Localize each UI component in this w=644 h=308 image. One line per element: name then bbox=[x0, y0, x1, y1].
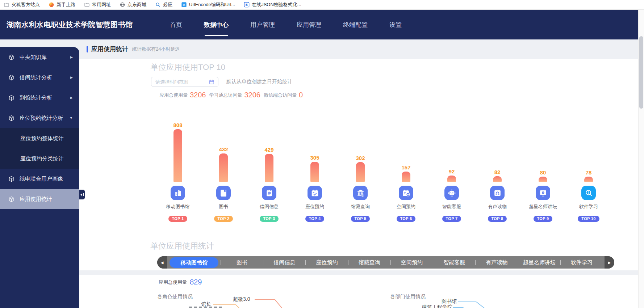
bar[interactable] bbox=[310, 162, 319, 182]
bookmark-item[interactable]: 京东商城 bbox=[120, 1, 146, 8]
sidebar-item-座位预约整体统计[interactable]: 座位预约整体统计 bbox=[0, 128, 79, 148]
bookmark-item[interactable]: 新手上路 bbox=[49, 1, 75, 8]
calendar-check-icon[interactable] bbox=[308, 186, 322, 200]
sidebar-item-中央知识库[interactable]: 中央知识库▶ bbox=[0, 47, 79, 67]
bar[interactable] bbox=[539, 177, 547, 182]
bookmark-label: 火狐官方站点 bbox=[12, 1, 40, 8]
stat-label: 应用总使用量 bbox=[159, 92, 188, 98]
rank-badge: TOP 3 bbox=[260, 216, 279, 222]
bar-value-label: 429 bbox=[264, 147, 273, 153]
bar-value-label: 92 bbox=[449, 168, 455, 174]
carousel-tab-借阅信息[interactable]: 借阅信息 bbox=[263, 259, 305, 266]
stat-value: 3206 bbox=[244, 91, 261, 99]
bar[interactable] bbox=[402, 172, 410, 182]
firefox-icon bbox=[49, 2, 54, 8]
carousel-tab-座位预约[interactable]: 座位预约 bbox=[306, 259, 348, 266]
sidebar-item-到馆统计分析[interactable]: 到馆统计分析▶ bbox=[0, 88, 79, 108]
nav-item-数据中心[interactable]: 数据中心 bbox=[195, 10, 237, 39]
bookmark-item[interactable]: 火狐官方站点 bbox=[4, 1, 40, 8]
audiobook-icon[interactable] bbox=[490, 186, 505, 200]
carousel-left-arrow-icon[interactable]: ◀ bbox=[157, 256, 167, 269]
bar[interactable] bbox=[173, 129, 182, 182]
carousel-tab-超星名师讲坛[interactable]: 超星名师讲坛 bbox=[518, 259, 560, 266]
building-icon[interactable] bbox=[171, 186, 185, 200]
sidebar-item-label: 座位预约分类统计 bbox=[20, 155, 73, 162]
bookmark-item[interactable]: 必应 bbox=[155, 1, 172, 8]
clipboard-icon[interactable] bbox=[262, 186, 276, 200]
chart-column: 808移动图书馆TOP 1 bbox=[155, 113, 201, 222]
rank-badge: TOP 2 bbox=[214, 216, 233, 222]
total-usage-value: 829 bbox=[190, 278, 202, 286]
department-pie-label: 建筑工程学院 bbox=[422, 304, 452, 308]
robot-icon[interactable] bbox=[444, 186, 459, 200]
date-range-input[interactable] bbox=[155, 79, 206, 85]
page-scrollbar[interactable] bbox=[638, 10, 644, 308]
carousel-tabs: 移动图书馆图书借阅信息座位预约馆藏查询空间预约智能客服有声读物超星名师讲坛软件学… bbox=[170, 256, 603, 269]
bar-value-label: 808 bbox=[173, 122, 182, 128]
department-pie-leader-line bbox=[476, 301, 490, 308]
sidebar-item-纸电联合用户画像[interactable]: 纸电联合用户画像 bbox=[0, 169, 79, 189]
app-name-label: 空间预约 bbox=[397, 203, 415, 210]
sidebar-collapse-handle[interactable] bbox=[79, 190, 85, 199]
bookmark-item[interactable]: AUrlEncode编码和Url... bbox=[181, 1, 235, 8]
app-name-label: 软件学习 bbox=[579, 203, 598, 210]
sidebar-item-借阅统计分析[interactable]: 借阅统计分析▶ bbox=[0, 67, 79, 88]
bar-area: 302 bbox=[356, 113, 365, 182]
rank-badge: TOP 7 bbox=[442, 216, 461, 222]
total-usage-row: 应用总使用量 829 bbox=[159, 278, 202, 286]
collapse-bar-icon bbox=[83, 193, 84, 196]
nav-item-应用管理[interactable]: 应用管理 bbox=[288, 10, 330, 39]
top10-section-title: 单位应用使用TOP 10 bbox=[150, 62, 225, 73]
nav-item-用户管理[interactable]: 用户管理 bbox=[242, 10, 284, 39]
rank-badge: TOP 9 bbox=[534, 216, 553, 222]
carousel-tab-有声读物[interactable]: 有声读物 bbox=[476, 259, 518, 266]
stat-label: 学习通总访问量 bbox=[209, 92, 242, 98]
carousel-tab-空间预约[interactable]: 空间预约 bbox=[391, 259, 433, 266]
sidebar-item-应用使用统计[interactable]: 应用使用统计 bbox=[0, 189, 79, 209]
lecture-monitor-icon[interactable] bbox=[536, 186, 550, 200]
nav-item-终端配置[interactable]: 终端配置 bbox=[334, 10, 376, 39]
unit-section-title: 单位应用使用统计 bbox=[150, 241, 214, 252]
role-pie-label: 超微3.0 bbox=[233, 296, 250, 303]
nav-item-首页[interactable]: 首页 bbox=[161, 10, 191, 39]
chart-column: 302馆藏查询TOP 5 bbox=[338, 113, 383, 222]
sidebar-item-label: 借阅统计分析 bbox=[20, 74, 70, 81]
carousel-tab-软件学习[interactable]: 软件学习 bbox=[561, 259, 603, 266]
date-range-picker[interactable] bbox=[151, 77, 218, 87]
sidebar-item-座位预约分类统计[interactable]: 座位预约分类统计 bbox=[0, 148, 79, 169]
sidebar-item-label: 应用使用统计 bbox=[20, 196, 73, 203]
bar-area: 82 bbox=[493, 113, 502, 182]
rank-badge: TOP 1 bbox=[168, 216, 188, 222]
sidebar-item-label: 座位预约统计分析 bbox=[20, 115, 70, 122]
bar[interactable] bbox=[447, 176, 456, 182]
rank-badge: TOP 4 bbox=[305, 216, 325, 222]
bar[interactable] bbox=[493, 176, 502, 182]
app-tab-carousel: ◀ 移动图书馆图书借阅信息座位预约馆藏查询空间预约智能客服有声读物超星名师讲坛软… bbox=[157, 256, 614, 269]
bar[interactable] bbox=[265, 154, 273, 182]
nav-item-设置[interactable]: 设置 bbox=[381, 10, 410, 39]
chevron-right-icon: ▶ bbox=[70, 96, 73, 100]
carousel-right-arrow-icon[interactable]: ▶ bbox=[605, 256, 614, 269]
card-divider bbox=[79, 270, 638, 275]
bar[interactable] bbox=[584, 177, 593, 182]
bar-value-label: 82 bbox=[494, 169, 501, 175]
bar-value-label: 302 bbox=[356, 155, 365, 161]
bar[interactable] bbox=[219, 153, 228, 182]
software-search-icon[interactable]: ? bbox=[581, 186, 596, 200]
bookmark-item[interactable]: B在线JSON校验格式化... bbox=[244, 1, 301, 8]
carousel-tab-馆藏查询[interactable]: 馆藏查询 bbox=[348, 259, 390, 266]
chart-column: 80超星名师讲坛TOP 9 bbox=[520, 113, 566, 222]
bar[interactable] bbox=[356, 162, 365, 182]
carousel-tab-智能客服[interactable]: 智能客服 bbox=[433, 259, 475, 266]
museum-search-icon[interactable] bbox=[353, 186, 368, 200]
sidebar-item-label: 座位预约整体统计 bbox=[20, 135, 73, 142]
book-icon[interactable] bbox=[216, 186, 231, 200]
carousel-tab-图书[interactable]: 图书 bbox=[221, 259, 263, 266]
sidebar-item-座位预约统计分析[interactable]: 座位预约统计分析▼ bbox=[0, 108, 79, 128]
calendar-plus-icon[interactable] bbox=[399, 186, 413, 200]
bookmark-item[interactable]: 常用网址 bbox=[84, 1, 111, 8]
carousel-tab-移动图书馆[interactable]: 移动图书馆 bbox=[170, 257, 218, 268]
scrollbar-thumb[interactable] bbox=[639, 36, 643, 109]
chart-column: 157空间预约TOP 6 bbox=[383, 113, 429, 222]
page-subtitle: 统计数据有24小时延迟 bbox=[132, 46, 180, 52]
